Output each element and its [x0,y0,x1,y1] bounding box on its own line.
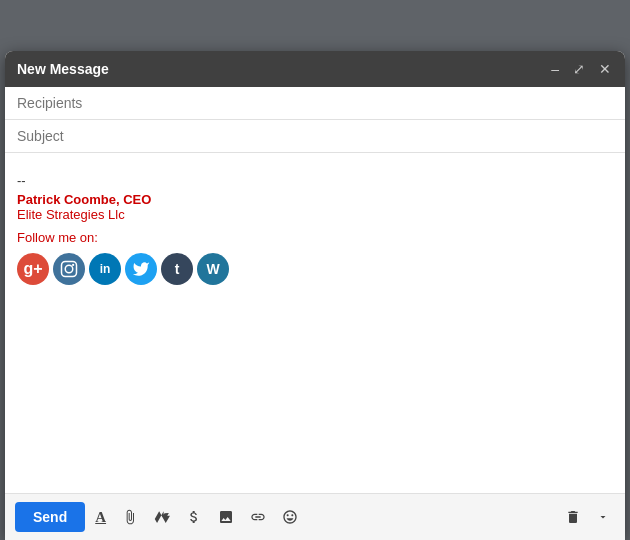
dollar-button[interactable] [180,505,208,529]
close-button[interactable]: ✕ [597,62,613,76]
svg-point-1 [65,265,73,273]
sig-follow: Follow me on: [17,230,613,245]
send-button[interactable]: Send [15,502,85,532]
sig-company: Elite Strategies Llc [17,207,613,222]
sig-separator: -- [17,173,613,188]
emoji-button[interactable] [276,505,304,529]
sig-icons: g+ in t W [17,253,613,285]
twitter-icon[interactable] [125,253,157,285]
minimize-button[interactable]: – [549,62,561,76]
window-controls: – ⤢ ✕ [549,62,613,76]
delete-button[interactable] [559,505,587,529]
recipients-field [5,87,625,120]
wordpress-icon[interactable]: W [197,253,229,285]
recipients-input[interactable] [17,95,613,111]
toolbar-right [559,505,615,529]
linkedin-icon[interactable]: in [89,253,121,285]
link-button[interactable] [244,505,272,529]
google-plus-icon[interactable]: g+ [17,253,49,285]
compose-footer: Send A [5,493,625,540]
compose-header: New Message – ⤢ ✕ [5,51,625,87]
svg-rect-0 [62,262,77,277]
instagram-icon[interactable] [53,253,85,285]
sig-name: Patrick Coombe, CEO [17,192,613,207]
formatting-button[interactable]: A [89,505,112,530]
window-title: New Message [17,61,109,77]
photo-button[interactable] [212,505,240,529]
compose-body[interactable]: -- Patrick Coombe, CEO Elite Strategies … [5,153,625,493]
compose-window: New Message – ⤢ ✕ -- Patrick Coombe, CEO… [5,51,625,540]
signature: -- Patrick Coombe, CEO Elite Strategies … [17,173,613,285]
attach-button[interactable] [116,505,144,529]
subject-field [5,120,625,153]
svg-point-2 [72,264,74,266]
tumblr-icon[interactable]: t [161,253,193,285]
resize-handle[interactable] [5,51,9,540]
subject-input[interactable] [17,128,613,144]
drive-button[interactable] [148,505,176,529]
expand-button[interactable]: ⤢ [571,62,587,76]
more-options-button[interactable] [591,507,615,527]
